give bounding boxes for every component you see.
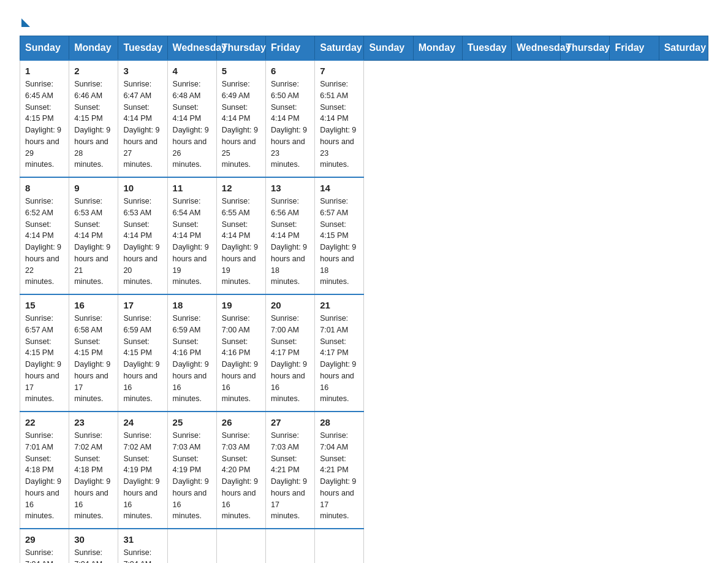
day-number: 15 xyxy=(25,300,64,310)
day-of-week-header: Friday xyxy=(610,36,659,61)
day-of-week-header: Friday xyxy=(266,36,315,61)
day-info: Sunrise: 6:59 AMSunset: 4:15 PMDaylight:… xyxy=(123,313,162,405)
calendar-day-cell: 11Sunrise: 6:54 AMSunset: 4:14 PMDayligh… xyxy=(167,177,216,294)
day-of-week-header: Tuesday xyxy=(462,36,511,61)
day-number: 26 xyxy=(222,417,260,427)
day-info: Sunrise: 6:54 AMSunset: 4:14 PMDaylight:… xyxy=(173,196,211,288)
day-info: Sunrise: 6:53 AMSunset: 4:14 PMDaylight:… xyxy=(123,196,162,288)
calendar-day-cell: 19Sunrise: 7:00 AMSunset: 4:16 PMDayligh… xyxy=(216,294,265,412)
day-number: 9 xyxy=(74,183,113,193)
day-info: Sunrise: 7:04 AMSunset: 4:24 PMDaylight:… xyxy=(123,547,162,563)
calendar-day-cell: 22Sunrise: 7:01 AMSunset: 4:18 PMDayligh… xyxy=(20,412,69,529)
calendar-day-cell: 9Sunrise: 6:53 AMSunset: 4:14 PMDaylight… xyxy=(69,177,118,294)
calendar-day-cell xyxy=(315,529,364,563)
day-of-week-header: Wednesday xyxy=(512,36,561,61)
day-info: Sunrise: 6:49 AMSunset: 4:14 PMDaylight:… xyxy=(222,79,260,170)
calendar-week-row: 29Sunrise: 7:04 AMSunset: 4:22 PMDayligh… xyxy=(20,529,708,563)
calendar-day-cell: 12Sunrise: 6:55 AMSunset: 4:14 PMDayligh… xyxy=(216,177,265,294)
day-number: 31 xyxy=(123,534,162,545)
calendar-day-cell: 7Sunrise: 6:51 AMSunset: 4:14 PMDaylight… xyxy=(315,60,364,177)
day-of-week-header: Wednesday xyxy=(167,36,216,61)
day-number: 16 xyxy=(74,300,113,310)
calendar-day-cell: 20Sunrise: 7:00 AMSunset: 4:17 PMDayligh… xyxy=(266,294,315,412)
logo xyxy=(20,15,30,23)
calendar-day-cell: 25Sunrise: 7:03 AMSunset: 4:19 PMDayligh… xyxy=(167,412,216,529)
calendar-day-cell: 13Sunrise: 6:56 AMSunset: 4:14 PMDayligh… xyxy=(266,177,315,294)
day-info: Sunrise: 6:46 AMSunset: 4:15 PMDaylight:… xyxy=(74,79,113,170)
day-number: 10 xyxy=(123,183,162,193)
calendar-day-cell: 16Sunrise: 6:58 AMSunset: 4:15 PMDayligh… xyxy=(69,294,118,412)
calendar-day-cell: 23Sunrise: 7:02 AMSunset: 4:18 PMDayligh… xyxy=(69,412,118,529)
calendar-day-cell: 2Sunrise: 6:46 AMSunset: 4:15 PMDaylight… xyxy=(69,60,118,177)
calendar-day-cell: 30Sunrise: 7:04 AMSunset: 4:23 PMDayligh… xyxy=(69,529,118,563)
day-info: Sunrise: 7:01 AMSunset: 4:18 PMDaylight:… xyxy=(25,430,64,522)
calendar-day-cell: 17Sunrise: 6:59 AMSunset: 4:15 PMDayligh… xyxy=(118,294,167,412)
day-of-week-header: Tuesday xyxy=(118,36,167,61)
day-number: 5 xyxy=(222,66,260,76)
calendar-day-cell: 4Sunrise: 6:48 AMSunset: 4:14 PMDaylight… xyxy=(167,60,216,177)
calendar-day-cell: 3Sunrise: 6:47 AMSunset: 4:14 PMDaylight… xyxy=(118,60,167,177)
calendar-day-cell: 21Sunrise: 7:01 AMSunset: 4:17 PMDayligh… xyxy=(315,294,364,412)
day-info: Sunrise: 7:04 AMSunset: 4:22 PMDaylight:… xyxy=(25,547,64,563)
calendar-day-cell: 28Sunrise: 7:04 AMSunset: 4:21 PMDayligh… xyxy=(315,412,364,529)
day-info: Sunrise: 7:02 AMSunset: 4:19 PMDaylight:… xyxy=(123,430,162,522)
day-number: 7 xyxy=(320,66,358,76)
day-info: Sunrise: 6:45 AMSunset: 4:15 PMDaylight:… xyxy=(25,79,64,170)
calendar-day-cell: 29Sunrise: 7:04 AMSunset: 4:22 PMDayligh… xyxy=(20,529,69,563)
day-info: Sunrise: 7:03 AMSunset: 4:21 PMDaylight:… xyxy=(271,430,309,522)
day-of-week-header: Monday xyxy=(413,36,462,61)
day-info: Sunrise: 6:50 AMSunset: 4:14 PMDaylight:… xyxy=(271,79,309,170)
day-number: 19 xyxy=(222,300,260,310)
day-number: 27 xyxy=(271,417,309,427)
day-info: Sunrise: 7:01 AMSunset: 4:17 PMDaylight:… xyxy=(320,313,358,405)
calendar-week-row: 8Sunrise: 6:52 AMSunset: 4:14 PMDaylight… xyxy=(20,177,708,294)
day-number: 29 xyxy=(25,534,64,545)
logo-arrow-icon xyxy=(21,18,30,27)
calendar-day-cell: 15Sunrise: 6:57 AMSunset: 4:15 PMDayligh… xyxy=(20,294,69,412)
day-info: Sunrise: 6:56 AMSunset: 4:14 PMDaylight:… xyxy=(271,196,309,288)
calendar-week-row: 22Sunrise: 7:01 AMSunset: 4:18 PMDayligh… xyxy=(20,412,708,529)
day-number: 18 xyxy=(173,300,211,310)
day-of-week-header: Sunday xyxy=(364,36,413,61)
day-number: 30 xyxy=(74,534,113,545)
day-info: Sunrise: 7:04 AMSunset: 4:21 PMDaylight:… xyxy=(320,430,358,522)
day-number: 17 xyxy=(123,300,162,310)
calendar-week-row: 15Sunrise: 6:57 AMSunset: 4:15 PMDayligh… xyxy=(20,294,708,412)
calendar-day-cell: 26Sunrise: 7:03 AMSunset: 4:20 PMDayligh… xyxy=(216,412,265,529)
calendar-table: SundayMondayTuesdayWednesdayThursdayFrid… xyxy=(20,36,708,563)
day-number: 4 xyxy=(173,66,211,76)
calendar-day-cell: 24Sunrise: 7:02 AMSunset: 4:19 PMDayligh… xyxy=(118,412,167,529)
calendar-day-cell xyxy=(216,529,265,563)
day-info: Sunrise: 6:57 AMSunset: 4:15 PMDaylight:… xyxy=(25,313,64,405)
day-number: 3 xyxy=(123,66,162,76)
day-number: 28 xyxy=(320,417,358,427)
day-of-week-header: Sunday xyxy=(20,36,69,61)
day-number: 20 xyxy=(271,300,309,310)
day-number: 14 xyxy=(320,183,358,193)
day-info: Sunrise: 6:48 AMSunset: 4:14 PMDaylight:… xyxy=(173,79,211,170)
day-number: 21 xyxy=(320,300,358,310)
calendar-header-row: SundayMondayTuesdayWednesdayThursdayFrid… xyxy=(20,36,708,61)
day-of-week-header: Thursday xyxy=(216,36,265,61)
day-number: 8 xyxy=(25,183,64,193)
day-number: 2 xyxy=(74,66,113,76)
day-number: 11 xyxy=(173,183,211,193)
calendar-day-cell: 18Sunrise: 6:59 AMSunset: 4:16 PMDayligh… xyxy=(167,294,216,412)
day-info: Sunrise: 6:55 AMSunset: 4:14 PMDaylight:… xyxy=(222,196,260,288)
day-info: Sunrise: 6:47 AMSunset: 4:14 PMDaylight:… xyxy=(123,79,162,170)
calendar-day-cell: 14Sunrise: 6:57 AMSunset: 4:15 PMDayligh… xyxy=(315,177,364,294)
day-info: Sunrise: 6:59 AMSunset: 4:16 PMDaylight:… xyxy=(173,313,211,405)
day-info: Sunrise: 7:04 AMSunset: 4:23 PMDaylight:… xyxy=(74,547,113,563)
day-of-week-header: Thursday xyxy=(561,36,610,61)
calendar-day-cell xyxy=(167,529,216,563)
day-number: 12 xyxy=(222,183,260,193)
calendar-day-cell: 8Sunrise: 6:52 AMSunset: 4:14 PMDaylight… xyxy=(20,177,69,294)
calendar-day-cell: 31Sunrise: 7:04 AMSunset: 4:24 PMDayligh… xyxy=(118,529,167,563)
day-number: 13 xyxy=(271,183,309,193)
calendar-week-row: 1Sunrise: 6:45 AMSunset: 4:15 PMDaylight… xyxy=(20,60,708,177)
calendar-day-cell: 5Sunrise: 6:49 AMSunset: 4:14 PMDaylight… xyxy=(216,60,265,177)
day-of-week-header: Saturday xyxy=(659,36,708,61)
day-number: 22 xyxy=(25,417,64,427)
day-number: 1 xyxy=(25,66,64,76)
day-of-week-header: Monday xyxy=(69,36,118,61)
